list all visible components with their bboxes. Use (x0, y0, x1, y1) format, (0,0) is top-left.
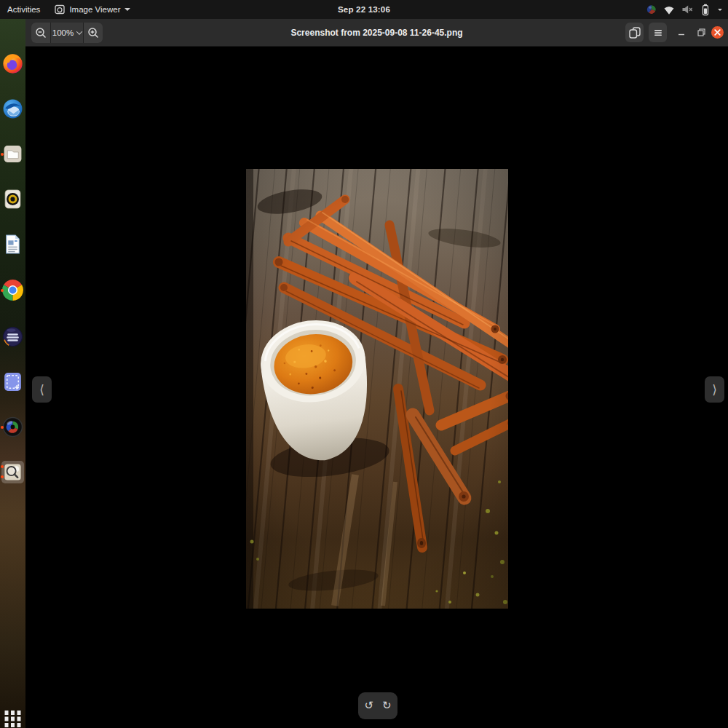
zoom-in-button[interactable] (84, 23, 103, 43)
zoom-controls: 100% (31, 23, 103, 43)
image-viewer-magnifier-icon (3, 462, 23, 482)
displayed-photo (246, 169, 508, 609)
close-button[interactable] (711, 26, 724, 39)
app-grid-icon (3, 708, 23, 728)
menu-button[interactable] (649, 23, 667, 42)
image-viewer-icon (55, 4, 65, 15)
camera-lens-icon (2, 416, 23, 438)
system-menu-caret-icon (718, 9, 722, 11)
rotate-ccw-icon: ↺ (364, 699, 373, 712)
rotate-right-button[interactable]: ↻ (382, 700, 392, 711)
dock-item-libreoffice-writer[interactable] (1, 233, 24, 256)
screenshot-area-icon (2, 371, 23, 392)
restore-button[interactable] (696, 28, 706, 37)
top-bar: Activities Image Viewer Sep 22 13:06 (0, 0, 728, 19)
window-title: Screenshot from 2025-09-08 11-26-45.png (290, 28, 462, 38)
app-menu-label: Image Viewer (69, 5, 120, 14)
app-menu-caret-icon (124, 8, 130, 11)
app-menu[interactable]: Image Viewer (55, 4, 130, 15)
dock (0, 19, 25, 728)
minimize-button[interactable] (676, 29, 687, 36)
speaker-icon (2, 189, 23, 210)
wifi-icon[interactable] (663, 4, 675, 15)
app-indicator-orb-icon[interactable] (646, 4, 657, 15)
chrome-icon (2, 280, 23, 301)
hamburger-menu-icon (653, 28, 663, 38)
zoom-out-button[interactable] (31, 23, 50, 43)
rotate-left-button[interactable]: ↺ (364, 700, 373, 711)
running-indicator (1, 153, 4, 156)
chevron-right-icon: ⟩ (712, 382, 717, 397)
eclipse-icon (2, 326, 23, 347)
previous-image-button[interactable]: ⟨ (32, 376, 52, 403)
files-icon (2, 143, 23, 165)
chevron-left-icon: ⟨ (39, 382, 44, 397)
running-indicator (1, 475, 4, 478)
dock-item-firefox[interactable] (1, 52, 24, 75)
zoom-in-icon (87, 27, 99, 39)
zoom-out-icon (35, 27, 47, 39)
rotate-cw-icon: ↻ (382, 699, 392, 712)
dock-item-files[interactable] (1, 143, 24, 165)
close-icon (714, 29, 721, 36)
activities-button[interactable]: Activities (7, 5, 40, 14)
next-image-button[interactable]: ⟩ (705, 376, 724, 403)
dock-item-thunderbird[interactable] (1, 98, 24, 120)
restore-icon (697, 28, 706, 37)
running-indicator (1, 465, 4, 468)
dock-item-image-viewer[interactable] (1, 461, 24, 483)
thunderbird-icon (2, 98, 23, 119)
dock-item-photo-lens[interactable] (1, 416, 24, 438)
running-indicator (1, 289, 4, 292)
zoom-level-value: 100% (52, 28, 74, 37)
dock-item-rhythmbox[interactable] (1, 188, 24, 210)
rotate-toolbar: ↺ ↻ (358, 692, 397, 719)
battery-icon[interactable] (700, 4, 711, 16)
viewer-headerbar: 100% Screenshot from 2025-09-08 11-26-45… (25, 19, 728, 47)
system-status-area[interactable] (646, 0, 722, 19)
writer-document-icon (2, 234, 23, 255)
chevron-down-icon (76, 28, 82, 34)
minimize-icon (678, 29, 685, 36)
running-indicator (1, 426, 4, 429)
clock[interactable]: Sep 22 13:06 (338, 5, 390, 14)
dock-item-app-grid[interactable] (1, 708, 24, 728)
dock-item-screenshot-tool[interactable] (1, 371, 24, 393)
gallery-toggle-button[interactable] (625, 23, 644, 42)
dock-item-eclipse[interactable] (1, 325, 24, 348)
gallery-icon (628, 26, 641, 39)
zoom-level-dropdown[interactable]: 100% (51, 23, 83, 43)
volume-muted-icon[interactable] (681, 4, 693, 15)
dock-item-chrome[interactable] (1, 279, 24, 301)
firefox-icon (2, 53, 23, 74)
